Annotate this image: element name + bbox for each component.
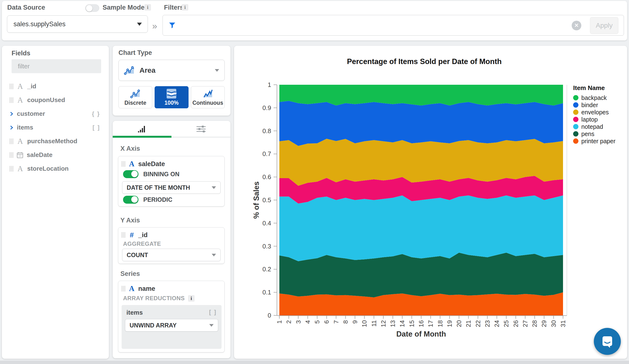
x-tick-label: 23 [484,320,491,327]
field-name: couponUsed [27,96,65,104]
field-row-couponUsed[interactable]: AcouponUsed [2,93,109,107]
chart-type-title: Chart Type [119,49,152,57]
x-axis-heading: X Axis [120,145,140,152]
field-row-customer[interactable]: customer{ } [2,107,109,121]
tab-customize[interactable] [172,121,230,138]
charts-builder-app: Data Source Sample Mode i sales.supplySa… [0,0,629,364]
x-tick-label: 2 [285,320,292,324]
y-tick-label: 0.8 [263,127,271,134]
subtype-continuous-button[interactable]: Continuous [191,86,225,108]
sample-mode-info-icon[interactable]: i [145,4,151,10]
legend-title: Item Name [573,84,625,92]
drag-handle-icon [10,166,13,172]
x-tick-label: 24 [493,320,500,327]
array-reduction-box: items [ ] UNWIND ARRAY [122,305,222,349]
chevron-down-icon [212,186,216,189]
x-tick-label: 19 [446,320,453,327]
encode-tabs [113,121,230,138]
drag-handle-icon [10,138,13,144]
series-field[interactable]: A name [122,284,155,293]
aggregate-label: AGGREGATE [123,241,161,247]
unwind-array-select[interactable]: UNWIND ARRAY [125,319,218,332]
array-reductions-label: ARRAY REDUCTIONS i [123,295,195,302]
bar-chart-icon [138,126,146,133]
drag-handle-icon [122,232,125,238]
x-tick-label: 26 [512,320,519,327]
chevron-down-icon [209,324,214,327]
y-axis-field[interactable]: # _id [122,231,148,239]
area-band-pens [279,252,563,297]
x-tick-label: 14 [399,320,406,327]
data-source-select[interactable]: sales.supplySales [7,15,148,33]
string-type-icon: A [17,82,24,91]
drag-handle-icon [122,161,125,167]
field-row-items[interactable]: items[ ] [2,121,109,134]
chart-type-select[interactable]: Area [119,60,225,81]
stacked-100-area-icon [166,89,177,99]
field-name: customer [17,110,45,118]
legend-item-laptop: laptop [573,116,625,123]
field-name: saleDate [27,151,52,159]
x-tick-label: 15 [408,320,415,327]
clear-filter-icon[interactable]: ✕ [572,21,581,30]
fields-search-box [11,59,101,73]
y-tick-label: 0.5 [263,196,271,204]
filters-info-icon[interactable]: i [182,4,188,10]
legend-item-printer-paper: printer paper [573,137,625,145]
legend-item-backpack: backpack [573,94,625,101]
series-heading: Series [120,270,140,278]
data-source-value: sales.supplySales [13,20,137,28]
x-tick-label: 29 [540,320,548,327]
x-tick-label: 3 [295,320,302,324]
chevron-down-icon [137,23,142,26]
fields-filter-input[interactable] [18,63,99,70]
x-tick-label: 18 [437,320,444,327]
x-tick-label: 27 [522,320,529,327]
array-reductions-info-icon[interactable]: i [188,295,195,302]
chart-subtype-buttons: Discrete 100% Continuous [119,86,225,108]
legend-label: notepad [581,123,603,130]
area-band-backpack [279,85,563,106]
field-row-_id[interactable]: A_id [2,79,109,93]
chart-panel: 00.10.20.30.40.50.60.70.80.9112345678910… [234,46,627,359]
aggregate-select[interactable]: COUNT [122,249,221,261]
subtype-discrete-button[interactable]: Discrete [119,86,152,108]
sample-mode-toggle[interactable] [85,4,99,12]
field-row-saleDate[interactable]: saleDate [2,148,109,162]
chevron-right-icon [10,125,13,130]
area-band-binder [279,101,563,146]
legend-swatch [573,110,578,115]
subtype-100pct-button[interactable]: 100% [155,86,188,108]
area-band-notepad [279,196,563,261]
periodic-toggle-row: PERIODIC [123,196,172,204]
field-name: purchaseMethod [27,137,77,145]
drag-handle-icon [122,286,125,292]
x-tick-label: 25 [502,320,510,327]
apply-button[interactable]: Apply [590,17,619,34]
string-type-icon: A [128,284,135,293]
drag-handle-icon [10,152,13,158]
x-tick-label: 10 [361,320,368,327]
x-axis-field[interactable]: A saleDate [122,160,165,168]
chart-legend: Item Namebackpackbinderenvelopeslaptopno… [573,84,625,145]
binning-toggle[interactable] [123,170,139,178]
discrete-area-icon [130,89,141,99]
fields-title: Fields [11,50,30,57]
y-tick-label: 0.7 [263,150,271,157]
field-name: storeLocation [27,165,69,172]
filter-query-input[interactable]: ✕ Apply [162,15,624,36]
collapse-chevron-icon[interactable]: » [152,21,157,31]
x-tick-label: 4 [304,320,311,324]
legend-label: binder [581,102,598,109]
intercom-chat-button[interactable] [594,328,621,355]
tab-encode[interactable] [113,121,171,138]
y-axis-card: # _id AGGREGATE COUNT [118,227,225,264]
binning-label: BINNING ON [143,171,179,178]
field-row-storeLocation[interactable]: AstoreLocation [2,162,109,175]
binning-unit-select[interactable]: DATE OF THE MONTH [122,181,221,194]
chat-bubble-icon [600,334,614,348]
field-row-purchaseMethod[interactable]: ApurchaseMethod [2,134,109,148]
x-tick-label: 12 [380,320,387,327]
subtype-label: Discrete [125,100,147,106]
periodic-toggle[interactable] [123,196,139,204]
